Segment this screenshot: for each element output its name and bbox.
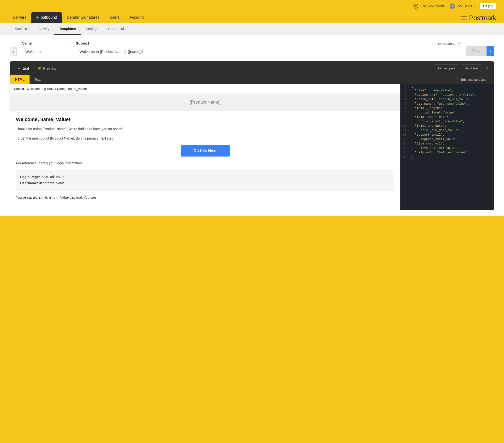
active-dot-icon (36, 16, 39, 19)
nav-users[interactable]: Users (104, 12, 125, 23)
toolbar-right: API snippets Send test ⤢ (434, 64, 490, 72)
nav-bar: Servers outbound Sender Signatures Users… (0, 12, 504, 23)
code-line: 4 "login_url": "login_url_Value", (400, 97, 494, 102)
user-area[interactable]: I Igor Balos ▾ (450, 3, 475, 9)
avatar: I (450, 3, 455, 9)
username-row: Username: username_Value (20, 180, 390, 186)
name-label: Name (22, 41, 71, 45)
tab-text[interactable]: Text (30, 75, 46, 84)
subnav-templates[interactable]: Templates (54, 23, 81, 35)
top-bar: P 378,145 Credits I Igor Balos ▾ Help ▾ (0, 0, 504, 12)
editor-section: ✏ Edit ◉ Preview API snippets Send test … (10, 61, 494, 210)
preview-header: [Product Name] (10, 94, 400, 111)
save-group: Save ▾ (466, 46, 494, 56)
edit-test-variables-button[interactable]: Edit test variables (457, 76, 490, 83)
editor-body: Subject Welcome to [Product Name], name_… (10, 84, 494, 210)
code-line: 3 "action_url": "action_url_Value", (400, 93, 494, 97)
subnav-credentials[interactable]: Credentials (103, 23, 130, 35)
subject-value: Welcome to [Product Name], name_Value! (27, 87, 87, 91)
code-line: 11 "trial_end_date_Value", (400, 128, 494, 133)
name-input[interactable] (22, 47, 71, 56)
nav-sender-signatures[interactable]: Sender Signatures (62, 12, 105, 23)
code-line: 13 "support_email_Value", (400, 137, 494, 142)
nav-outbound[interactable]: outbound (31, 12, 62, 23)
credits-icon: P (414, 4, 418, 9)
code-line: 5 "username": "username_Value", (400, 102, 494, 106)
code-line: 6 "trial_length": (400, 106, 494, 111)
username-value: username_Value (39, 181, 65, 185)
login-box: Login Page: login_url_Value Username: us… (16, 170, 394, 190)
preview-subject: Subject Welcome to [Product Name], name_… (10, 84, 400, 94)
para4: You've started a trial. length_Value day… (16, 195, 394, 200)
help-chevron-icon: ▾ (491, 4, 493, 8)
sub-nav: Statistics Activity Templates Settings C… (0, 23, 504, 35)
save-button[interactable]: Save (466, 46, 486, 56)
subject-input[interactable] (76, 47, 189, 56)
form-area: ‹ Name Subject ID: 3294862 ? Save ▾ (10, 41, 494, 56)
collapse-icon: ‹ (13, 50, 14, 54)
subject-field: Subject (76, 41, 189, 56)
id-help-icon[interactable]: ? (457, 42, 461, 46)
login-label: Login Page: (20, 175, 40, 179)
user-name: Igor Balos (456, 4, 472, 8)
code-line: 12 "support_email": (400, 133, 494, 137)
code-line: 16 "help_url": "help_url_Value" (400, 150, 494, 155)
send-test-button[interactable]: Send test (461, 64, 482, 72)
code-line: 7 "trial_length_Value", (400, 111, 494, 115)
code-line: 14 "live_chat_url": (400, 142, 494, 146)
user-chevron-icon: ▾ (473, 5, 475, 8)
postmark-logo: Postmark (461, 14, 496, 22)
login-value: login_url_Value (41, 175, 64, 179)
subnav-activity[interactable]: Activity (34, 23, 54, 35)
api-snippets-button[interactable]: API snippets (434, 64, 459, 72)
code-line: 1{ (400, 84, 494, 88)
tab-edit[interactable]: ✏ Edit (14, 64, 33, 72)
code-line: 10 "trial_end_date": (400, 124, 494, 128)
save-dropdown-button[interactable]: ▾ (486, 46, 494, 56)
tab-preview[interactable]: ◉ Preview (34, 64, 60, 72)
do-this-next-button[interactable]: Do this Next (181, 145, 230, 157)
preview-body: Welcome, name_Value! Thanks for trying [… (10, 111, 400, 210)
save-dropdown-icon: ▾ (489, 49, 491, 53)
subject-label: Subject (76, 41, 189, 45)
code-line: 15 "live_chat_url_Value", (400, 146, 494, 150)
username-label: Username: (20, 181, 38, 185)
para2: To get the most out of [Product Name], d… (16, 136, 394, 141)
para3: For reference, here's your login informa… (16, 161, 394, 166)
help-button[interactable]: Help ▾ (480, 3, 496, 9)
tab-html[interactable]: HTML (10, 75, 30, 84)
name-field: Name (22, 41, 71, 56)
welcome-heading: Welcome, name_Value! (16, 117, 394, 122)
pencil-icon: ✏ (18, 66, 21, 70)
postmark-lines-icon (461, 17, 467, 19)
code-line: 9 "trial_start_date_Value", (400, 119, 494, 124)
credits-label: 378,145 Credits (420, 4, 445, 8)
expand-button[interactable]: ⤢ (484, 64, 490, 72)
eye-icon: ◉ (38, 66, 41, 70)
credits-area: P 378,145 Credits (414, 4, 445, 9)
code-line: 2 "name": "name_Value", (400, 88, 494, 93)
code-line: 8 "trial_start_date": (400, 115, 494, 119)
content-tabs: HTML Text Edit test variables (10, 75, 494, 84)
editor-toolbar: ✏ Edit ◉ Preview API snippets Send test … (10, 61, 494, 75)
expand-icon: ⤢ (485, 66, 488, 70)
para1: Thanks for trying [Product Name]. We're … (16, 126, 394, 132)
nav-account[interactable]: Account (125, 12, 149, 23)
subject-prefix: Subject (14, 87, 25, 91)
subnav-statistics[interactable]: Statistics (10, 23, 34, 35)
nav-servers[interactable]: Servers (8, 12, 31, 23)
subnav-settings[interactable]: Settings (81, 23, 103, 35)
template-id: ID: 3294862 ? (438, 41, 461, 46)
preview-panel: Subject Welcome to [Product Name], name_… (10, 84, 400, 210)
code-panel: 1{2 "name": "name_Value",3 "action_url":… (400, 84, 494, 210)
login-page-row: Login Page: login_url_Value (20, 174, 390, 180)
code-line: 17} (400, 155, 494, 159)
main-content: ‹ Name Subject ID: 3294862 ? Save ▾ ✏ Ed… (0, 35, 504, 216)
collapse-button[interactable]: ‹ (10, 48, 17, 56)
